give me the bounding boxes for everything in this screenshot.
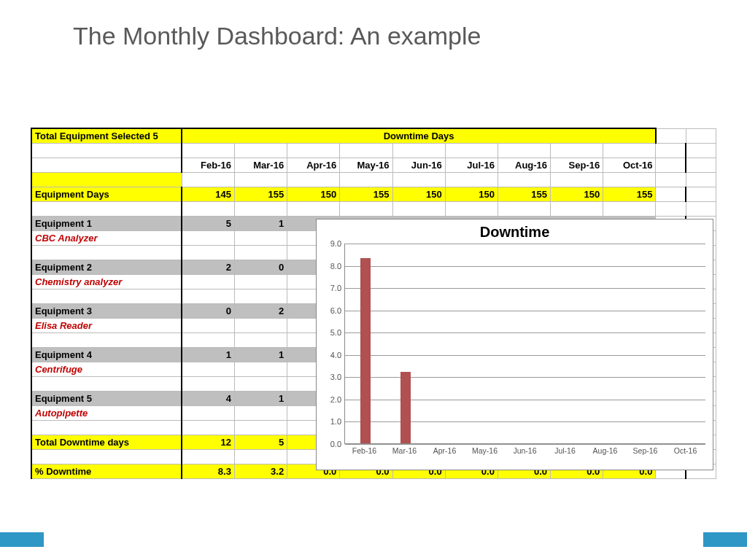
downtime-days-header[interactable]: Downtime Days [182,128,656,143]
cell[interactable] [656,128,686,143]
cell[interactable] [287,143,340,158]
cell[interactable] [234,289,287,303]
cell[interactable] [340,143,392,158]
cell[interactable] [182,172,234,187]
cell[interactable] [31,420,182,435]
cell[interactable] [31,143,182,158]
equipment-name[interactable]: Chemistry analyzer [31,274,182,289]
cell[interactable] [234,172,287,187]
cell[interactable] [686,128,716,143]
month-header[interactable]: Jul-16 [445,158,498,172]
equipment-label[interactable]: Equipment 4 [31,347,182,362]
pct-downtime-value[interactable]: 3.2 [234,464,287,478]
cell[interactable] [182,362,234,376]
total-downtime-value[interactable]: 5 [234,435,287,449]
cell[interactable] [551,143,603,158]
equipment-name[interactable]: Autopipette [31,405,182,420]
cell[interactable] [392,201,445,216]
equipment-label[interactable]: Equipment 5 [31,391,182,405]
cell[interactable] [498,143,550,158]
cell[interactable] [182,405,234,420]
cell[interactable] [603,172,656,187]
cell[interactable] [31,332,182,347]
equipment-days-value[interactable]: 150 [445,187,498,201]
equipment-days-value[interactable]: 155 [603,187,656,201]
cell[interactable] [340,172,392,187]
cell[interactable] [182,274,234,289]
cell[interactable] [445,201,498,216]
equipment-name[interactable]: Centrifuge [31,362,182,376]
equipment-value[interactable]: 1 [182,347,234,362]
equipment-value[interactable]: 5 [182,216,234,230]
equipment-label[interactable]: Equipment 3 [31,303,182,318]
cell[interactable] [392,172,445,187]
cell[interactable] [31,449,182,464]
equipment-value[interactable]: 1 [234,216,287,230]
cell[interactable] [182,201,234,216]
cell[interactable] [31,158,182,172]
month-header[interactable]: Apr-16 [287,158,340,172]
cell[interactable] [551,201,603,216]
cell[interactable] [31,172,182,187]
cell[interactable] [686,158,716,172]
month-header[interactable]: Aug-16 [498,158,550,172]
pct-downtime-value[interactable]: 8.3 [182,464,234,478]
cell[interactable] [182,230,234,245]
equipment-days-value[interactable]: 150 [392,187,445,201]
cell[interactable] [656,158,686,172]
equipment-days-value[interactable]: 150 [287,187,340,201]
equipment-days-value[interactable]: 155 [340,187,392,201]
cell[interactable] [31,245,182,260]
equipment-days-value[interactable]: 155 [498,187,550,201]
cell[interactable] [234,230,287,245]
equipment-value[interactable]: 1 [234,347,287,362]
cell[interactable] [234,332,287,347]
cell[interactable] [392,143,445,158]
cell[interactable] [234,449,287,464]
cell[interactable] [182,289,234,303]
cell[interactable] [686,143,716,158]
equipment-label[interactable]: Equipment 1 [31,216,182,230]
cell[interactable] [234,201,287,216]
cell[interactable] [445,143,498,158]
total-downtime-label[interactable]: Total Downtime days [31,435,182,449]
cell[interactable] [31,289,182,303]
cell[interactable] [287,172,340,187]
pct-downtime-label[interactable]: % Downtime [31,464,182,478]
cell[interactable] [498,201,550,216]
equipment-value[interactable]: 0 [234,260,287,274]
cell[interactable] [686,187,716,201]
cell[interactable] [656,187,686,201]
equipment-value[interactable]: 2 [234,303,287,318]
cell[interactable] [603,201,656,216]
equipment-days-label[interactable]: Equipment Days [31,187,182,201]
cell[interactable] [498,172,550,187]
cell[interactable] [551,172,603,187]
cell[interactable] [686,172,716,187]
cell[interactable] [234,376,287,391]
equipment-value[interactable]: 4 [182,391,234,405]
equipment-days-value[interactable]: 150 [551,187,603,201]
cell[interactable] [656,201,686,216]
equipment-days-value[interactable]: 155 [234,187,287,201]
total-downtime-value[interactable]: 12 [182,435,234,449]
cell[interactable] [182,449,234,464]
total-selected-label[interactable]: Total Equipment Selected 5 [31,128,182,143]
equipment-label[interactable]: Equipment 2 [31,260,182,274]
cell[interactable] [656,172,686,187]
cell[interactable] [234,362,287,376]
cell[interactable] [445,172,498,187]
month-header[interactable]: May-16 [340,158,392,172]
cell[interactable] [182,143,234,158]
equipment-name[interactable]: Elisa Reader [31,318,182,332]
month-header[interactable]: Feb-16 [182,158,234,172]
cell[interactable] [182,318,234,332]
cell[interactable] [31,201,182,216]
cell[interactable] [234,245,287,260]
cell[interactable] [182,376,234,391]
cell[interactable] [234,405,287,420]
cell[interactable] [234,420,287,435]
equipment-name[interactable]: CBC Analyzer [31,230,182,245]
equipment-value[interactable]: 1 [234,391,287,405]
month-header[interactable]: Oct-16 [603,158,656,172]
